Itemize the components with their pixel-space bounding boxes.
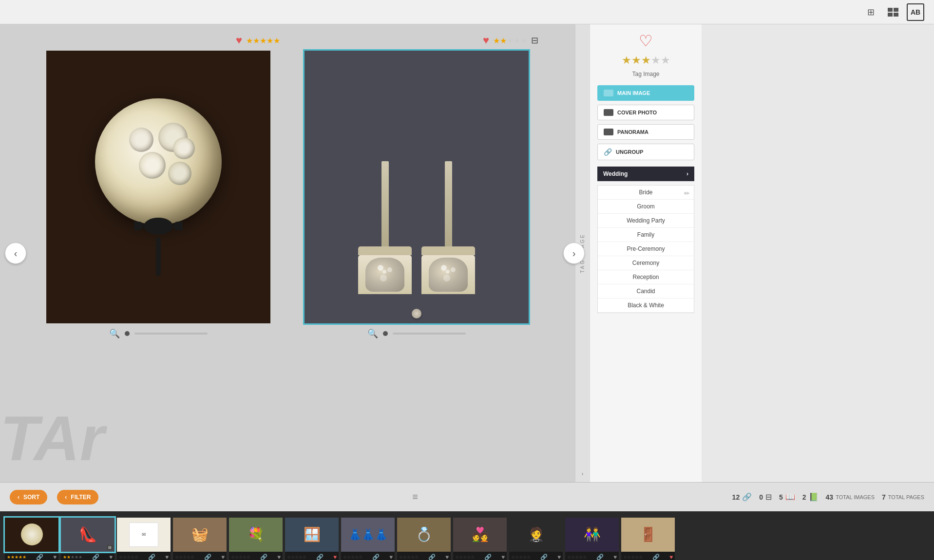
- thumbnail-1[interactable]: ★★★★★ 🔗 ♥: [5, 518, 58, 560]
- cover-photo-button[interactable]: COVER PHOTO: [597, 105, 694, 120]
- svg-rect-0: [888, 8, 893, 12]
- tag-wedding-party[interactable]: Wedding Party: [598, 214, 694, 228]
- thumb-heart-12: ♥: [669, 554, 673, 560]
- book-open-stat: 2 📗: [802, 492, 819, 502]
- thumbnail-2[interactable]: 👠 ⊟ ★★★★★ 🔗 ♥: [61, 518, 114, 560]
- tag-family[interactable]: Family: [598, 228, 694, 242]
- wedding-section-header[interactable]: Wedding ›: [597, 167, 694, 181]
- tag-reception[interactable]: Reception: [598, 270, 694, 284]
- thumb-heart-2: ♥: [109, 554, 113, 560]
- photo-panel-1: ♥ ★★★★★: [29, 34, 287, 472]
- thumb-meta-4: ☆☆☆☆☆ 🔗 ♥: [173, 552, 227, 560]
- thumb-badge-2: ⊟: [107, 545, 113, 550]
- thumb-heart-5: ♥: [277, 554, 281, 560]
- bottom-toolbar: ‹ SORT ‹ FILTER ≡ 12 🔗 0 ⊟ 5 📖 2 📗 43 TO…: [0, 482, 934, 511]
- sort-button[interactable]: ‹ SORT: [10, 490, 47, 504]
- badge-stat: 0 ⊟: [759, 492, 772, 502]
- photo-frame-2[interactable]: [305, 51, 529, 323]
- ungroup-icon: 🔗: [604, 148, 612, 156]
- filter-button[interactable]: ‹ FILTER: [57, 490, 98, 504]
- thumb-link-5: 🔗: [260, 554, 267, 560]
- linked-stat: 12 🔗: [732, 492, 752, 502]
- star-rating-2[interactable]: ★★★★★: [493, 36, 527, 45]
- tag-candid[interactable]: Candid: [598, 284, 694, 299]
- svg-rect-2: [888, 13, 893, 17]
- prev-arrow[interactable]: ‹: [5, 243, 26, 264]
- thumbnail-11[interactable]: 👫 ☆☆☆☆☆ 🔗 ♥: [565, 518, 619, 560]
- book-open-icon: 📗: [809, 492, 819, 502]
- scroll-dot-2: [383, 331, 388, 336]
- panorama-icon: [604, 129, 613, 135]
- heart-button-2[interactable]: ♥: [483, 34, 489, 47]
- thumbnail-6[interactable]: 🪟 ☆☆☆☆☆ 🔗 ♥: [285, 518, 339, 560]
- grid-view-icon[interactable]: ⊞: [862, 3, 879, 21]
- tag-sidebar: ♡ ★★★★★ Tag Image MAIN IMAGE COVER PHOTO: [590, 24, 702, 482]
- top-toolbar: ⊞ AB: [0, 0, 934, 24]
- cover-photo-icon: [604, 109, 613, 116]
- thumb-link-10: 🔗: [540, 554, 548, 560]
- thumbnail-9[interactable]: 💑 ☆☆☆☆☆ 🔗 ♥: [453, 518, 507, 560]
- list-view-icon[interactable]: [884, 3, 902, 21]
- tag-bride[interactable]: Bride: [598, 186, 694, 200]
- filter-left-arrow: ‹: [65, 494, 67, 501]
- thumb-link-1: 🔗: [36, 554, 43, 560]
- thumb-meta-1: ★★★★★ 🔗 ♥: [5, 552, 58, 560]
- thumbnail-8[interactable]: 💍 ☆☆☆☆☆ 🔗 ♥: [397, 518, 451, 560]
- scroll-bar-2[interactable]: [393, 333, 466, 335]
- thumb-stars-6: ☆☆☆☆☆: [287, 555, 306, 560]
- sort-left-arrow: ‹: [18, 494, 19, 501]
- thumbnail-3[interactable]: ✉ ☆☆☆☆☆ 🔗 ♥: [117, 518, 171, 560]
- single-stat: 5 📖: [779, 492, 795, 502]
- next-arrow[interactable]: ›: [563, 243, 585, 264]
- zoom-icon-2[interactable]: 🔍: [367, 328, 378, 339]
- thumbnail-5[interactable]: 💐 ☆☆☆☆☆ 🔗 ♥: [229, 518, 283, 560]
- edit-tags-icon[interactable]: ✏: [684, 189, 690, 197]
- thumbnail-4[interactable]: 🧺 ☆☆☆☆☆ 🔗 ♥: [173, 518, 227, 560]
- total-pages-count: 7: [882, 493, 886, 501]
- thumb-stars-3: ☆☆☆☆☆: [119, 555, 138, 560]
- single-count: 5: [779, 493, 783, 501]
- thumb-stars-8: ☆☆☆☆☆: [399, 555, 419, 560]
- thumb-heart-1: ♥: [53, 554, 57, 560]
- photo-meta-2: ♥ ★★★★★ ⊟: [483, 34, 538, 47]
- ab-compare-icon[interactable]: AB: [907, 3, 924, 21]
- tag-ceremony[interactable]: Ceremony: [598, 256, 694, 270]
- star-rating-1[interactable]: ★★★★★: [246, 36, 280, 45]
- link-icon: 🔗: [742, 492, 752, 502]
- thumb-meta-5: ☆☆☆☆☆ 🔗 ♥: [229, 552, 283, 560]
- badge-icon: ⊟: [765, 492, 772, 502]
- collapse-arrow[interactable]: ›: [582, 470, 584, 477]
- total-pages-stat: 7 TOTAL PAGES: [882, 493, 924, 501]
- thumbnail-10[interactable]: 🤵 ☆☆☆☆☆ 🔗 ♥: [509, 518, 563, 560]
- thumbnail-7[interactable]: 👗👗👗 ☆☆☆☆☆ 🔗 ♥: [341, 518, 395, 560]
- thumb-heart-8: ♥: [445, 554, 449, 560]
- thumb-link-8: 🔗: [428, 554, 436, 560]
- total-pages-label: TOTAL PAGES: [888, 494, 924, 500]
- panorama-button[interactable]: PANORAMA: [597, 124, 694, 140]
- thumb-stars-9: ☆☆☆☆☆: [455, 555, 475, 560]
- tag-groom[interactable]: Groom: [598, 200, 694, 214]
- drag-handle[interactable]: ≡: [108, 491, 722, 503]
- thumb-meta-7: ☆☆☆☆☆ 🔗 ♥: [341, 552, 395, 560]
- main-image-button[interactable]: MAIN IMAGE: [597, 85, 694, 101]
- photo-frame-1[interactable]: [46, 51, 270, 323]
- single-icon: 📖: [785, 492, 795, 502]
- thumb-stars-10: ☆☆☆☆☆: [511, 555, 531, 560]
- thumb-heart-3: ♥: [165, 554, 169, 560]
- tag-black-white[interactable]: Black & White: [598, 299, 694, 313]
- tag-stars-display[interactable]: ★★★★★: [597, 54, 694, 67]
- thumb-meta-11: ☆☆☆☆☆ 🔗 ♥: [565, 552, 619, 560]
- main-image-icon: [604, 90, 613, 96]
- thumb-link-12: 🔗: [652, 554, 660, 560]
- thumbnail-12[interactable]: 🚪 ☆☆☆☆☆ 🔗 ♥: [621, 518, 675, 560]
- tag-pre-ceremony[interactable]: Pre-Ceremony: [598, 242, 694, 256]
- scroll-dot-1: [125, 331, 130, 336]
- thumb-link-2: 🔗: [92, 554, 99, 560]
- thumb-heart-10: ♥: [557, 554, 561, 560]
- heart-button-1[interactable]: ♥: [236, 34, 242, 47]
- thumb-meta-12: ☆☆☆☆☆ 🔗 ♥: [621, 552, 675, 560]
- ungroup-button[interactable]: 🔗 UNGROUP: [597, 144, 694, 160]
- zoom-icon-1[interactable]: 🔍: [109, 328, 120, 339]
- scroll-bar-1[interactable]: [134, 333, 208, 335]
- tag-heart[interactable]: ♡: [597, 32, 694, 50]
